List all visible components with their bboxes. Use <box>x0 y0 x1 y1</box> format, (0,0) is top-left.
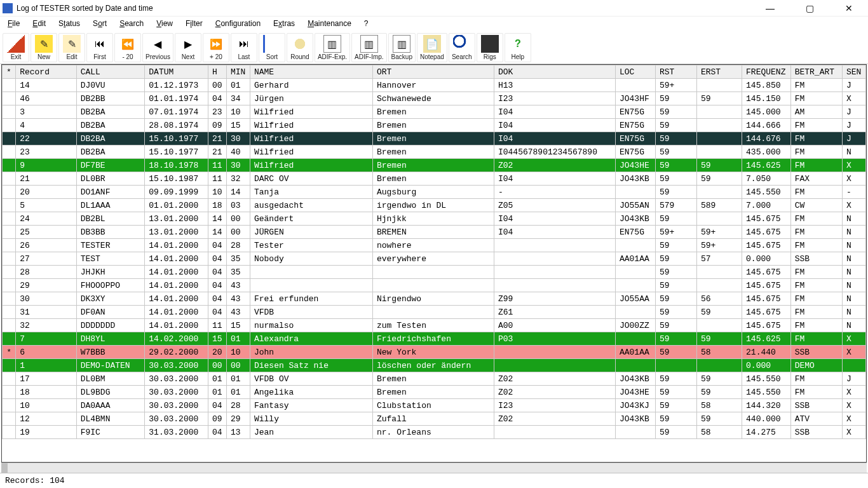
col-dok[interactable]: DOK <box>494 65 615 79</box>
table-row[interactable]: 46DB2BB01.01.19740434JürgenSchwanewedeI2… <box>3 92 866 105</box>
table-row[interactable]: 28JHJKH14.01.2000043559145.675FMN <box>3 266 866 279</box>
tool-back20[interactable]: ⏪- 20 <box>114 33 141 62</box>
col-mark[interactable]: * <box>3 65 16 79</box>
cell: 14.01.2000 <box>145 239 208 252</box>
col-loc[interactable]: LOC <box>615 65 655 79</box>
menu-[interactable]: ? <box>362 18 371 29</box>
table-row[interactable]: 3DB2BA07.01.19742310WilfriedBremenI04EN7… <box>3 105 866 119</box>
menu-sort[interactable]: Sort <box>90 18 109 29</box>
tool-prev[interactable]: ◀Previous <box>142 33 173 62</box>
cell: 0.000 <box>742 252 791 266</box>
col-record[interactable]: Record <box>16 65 76 79</box>
tool-fwd20[interactable]: ⏩+ 20 <box>203 33 229 62</box>
table-row[interactable]: 7DH8YL14.02.20001501AlexandraFriedrichsh… <box>3 332 866 346</box>
tool-search[interactable]: Search <box>449 33 475 62</box>
cell: 145.675 <box>742 279 791 292</box>
table-header-row[interactable]: *RecordCALLDATUMHMINNAMEORTDOKLOCRSTERST… <box>3 65 866 79</box>
maximize-button[interactable]: ▢ <box>798 3 821 13</box>
table-row[interactable]: 22DB2BA15.10.19772130WilfriedBremenI04EN… <box>3 132 866 146</box>
search-label: Search <box>452 53 472 60</box>
horizontal-scrollbar[interactable] <box>1 463 867 473</box>
table-row[interactable]: 5DL1AAA01.01.20001803ausgedachtirgendwo … <box>3 199 866 212</box>
cell: 59 <box>655 306 696 319</box>
table-row[interactable]: 31DF0AN14.01.20000443VFDBZ615959145.675F… <box>3 306 866 319</box>
menu-filter[interactable]: Filter <box>183 18 205 29</box>
col-name[interactable]: NAME <box>250 65 372 79</box>
cell: John <box>250 346 372 359</box>
table-row[interactable]: 1DEMO-DATEN30.03.20000000Diesen Satz nie… <box>3 359 866 372</box>
table-row[interactable]: 4DB2BA28.08.19740915WilfriedBremenI04EN7… <box>3 119 866 132</box>
col-sen[interactable]: SEN <box>842 65 865 79</box>
cell: Zufall <box>372 412 494 426</box>
table-row[interactable]: 25DB3BB13.01.20001400JÜRGENBREMENI04EN75… <box>3 226 866 239</box>
table-row[interactable]: 30DK3XY14.01.20000443Frei erfundenNirgen… <box>3 292 866 306</box>
menu-maintenance[interactable]: Maintenance <box>305 18 354 29</box>
cell: DDDDDDD <box>76 319 145 332</box>
col-datum[interactable]: DATUM <box>145 65 208 79</box>
tool-adifexp[interactable]: ▥ADIF-Exp. <box>315 33 350 62</box>
table-row[interactable]: 24DB2BL13.01.20001400GeändertHjnjkkI04JO… <box>3 212 866 226</box>
menu-view[interactable]: View <box>154 18 175 29</box>
tool-rigs[interactable]: Rigs <box>477 33 503 62</box>
table-row[interactable]: 26TESTER14.01.20000428Testernowhere5959+… <box>3 239 866 252</box>
cell: Alexandra <box>250 332 372 346</box>
cell: N <box>842 212 865 226</box>
tool-exit[interactable]: Exit <box>3 33 29 62</box>
menu-configuration[interactable]: Configuration <box>213 18 263 29</box>
col-erst[interactable]: ERST <box>696 65 742 79</box>
close-button[interactable]: ✕ <box>837 3 860 13</box>
tool-new[interactable]: ✎New <box>31 33 57 62</box>
table-row[interactable]: 19F9IC31.03.20000413Jeannr. Orleans59581… <box>3 426 866 439</box>
table-row[interactable]: 17DL0BM30.03.20000101VFDB OVBremenZ02JO4… <box>3 372 866 386</box>
col-frequenz[interactable]: FREQUENZ <box>742 65 791 79</box>
col-betr_art[interactable]: BETR_ART <box>790 65 842 79</box>
cell: Bremen <box>372 132 494 146</box>
tool-edit[interactable]: ✎Edit <box>58 33 85 62</box>
menu-extras[interactable]: Extras <box>271 18 297 29</box>
col-rst[interactable]: RST <box>655 65 696 79</box>
table-row[interactable]: *6W7BBB29.02.20002010JohnNew YorkAA01AA5… <box>3 346 866 359</box>
tool-last[interactable]: ⏭Last <box>231 33 257 62</box>
tool-sort[interactable]: Sort <box>259 33 285 62</box>
col-min[interactable]: MIN <box>226 65 250 79</box>
tool-adifimp[interactable]: ▥ADIF-Imp. <box>351 33 387 62</box>
table-row[interactable]: 29FHOOOPPO14.01.2000044359145.675FMN <box>3 279 866 292</box>
cell: Z02 <box>494 159 615 172</box>
table-row[interactable]: 32DDDDDDD14.01.20001115nurmalsozum Teste… <box>3 319 866 332</box>
table-row[interactable]: 21DL0BR15.10.19871132DARC OVBremenI04JO4… <box>3 172 866 186</box>
minimize-button[interactable]: — <box>759 3 782 13</box>
col-ort[interactable]: ORT <box>372 65 494 79</box>
menu-status[interactable]: Status <box>56 18 83 29</box>
cell: 43 <box>226 292 250 306</box>
col-call[interactable]: CALL <box>76 65 145 79</box>
tool-help[interactable]: ?Help <box>505 33 531 62</box>
table-row[interactable]: 27TEST14.01.20000435NobodyeverywhereAA01… <box>3 252 866 266</box>
menu-file[interactable]: File <box>5 18 22 29</box>
cell: 14 <box>226 186 250 199</box>
tool-first[interactable]: ⏮First <box>86 33 113 62</box>
menu-search[interactable]: Search <box>117 18 146 29</box>
tool-backup[interactable]: ▥Backup <box>388 33 416 62</box>
tool-next[interactable]: ▶Next <box>175 33 201 62</box>
table-row[interactable]: 23DB2BA15.10.19772140WilfriedBremenI0445… <box>3 146 866 159</box>
table-row[interactable]: 14DJ0VU01.12.19730001GerhardHannoverH135… <box>3 79 866 92</box>
data-grid[interactable]: *RecordCALLDATUMHMINNAMEORTDOKLOCRSTERST… <box>1 64 867 463</box>
table-row[interactable]: 20DO1ANF09.09.19991014TanjaAugsburg-5914… <box>3 186 866 199</box>
cell: DJ0VU <box>76 79 145 92</box>
table-row[interactable]: 12DL4BMN30.03.20000929WillyZufallZ02JO43… <box>3 412 866 426</box>
notepad-icon: 📄 <box>423 35 441 53</box>
tool-notepad[interactable]: 📄Notepad <box>417 33 447 62</box>
scrollbar-thumb[interactable] <box>1 463 8 473</box>
cell: 00 <box>226 212 250 226</box>
table-row[interactable]: 18DL9BDG30.03.20000101AngelikaBremenZ02J… <box>3 386 866 399</box>
table-row[interactable]: 10DA0AAA30.03.20000428FantasyClubstation… <box>3 399 866 412</box>
row-mark: * <box>3 346 16 359</box>
table-row[interactable]: 9DF7BE18.10.19781130WilfriedBremenZ02JO4… <box>3 159 866 172</box>
cell: 29.02.2000 <box>145 346 208 359</box>
menu-edit[interactable]: Edit <box>30 18 48 29</box>
cell: DL0BM <box>76 372 145 386</box>
tool-round[interactable]: Round <box>287 33 313 62</box>
cell: J <box>842 372 865 386</box>
cell: N <box>842 279 865 292</box>
col-h[interactable]: H <box>208 65 226 79</box>
